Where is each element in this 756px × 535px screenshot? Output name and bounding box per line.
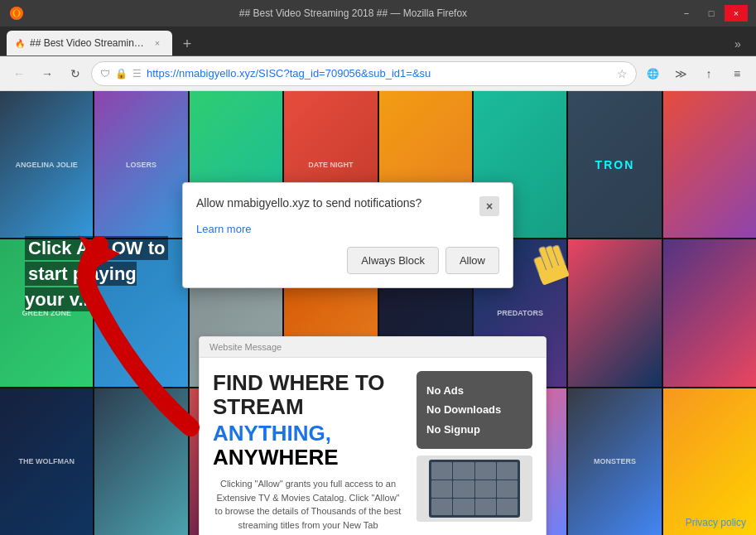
laptop-graphic (417, 455, 532, 522)
headline-anywhere: ANYWHERE (213, 445, 339, 470)
features-box: No Ads No Downloads No Signup (417, 371, 532, 449)
tabbar: 🔥 ## Best Video Streaming 2... × + » (0, 27, 756, 56)
privacy-policy-link[interactable]: Privacy policy (686, 517, 746, 528)
popup-title: Allow nmabigyello.xyz to send notificati… (196, 196, 473, 210)
page-content: ANGELINA JOLIE LOSERS DATE NIGHT TRON GR… (0, 91, 756, 535)
url-text: https://nmabigyello.xyz/SISC?tag_id=7090… (147, 67, 612, 80)
titlebar: ## Best Video Streaming 2018 ## — Mozill… (0, 0, 756, 27)
forward-button[interactable]: → (35, 61, 60, 86)
poster-24 (663, 388, 756, 535)
extensions-button[interactable]: ≫ (668, 61, 693, 86)
poster-16 (663, 239, 756, 386)
lock-icon: 🔒 (115, 68, 128, 80)
active-tab[interactable]: 🔥 ## Best Video Streaming 2... × (7, 31, 172, 55)
poster-23: MONSTERS (568, 388, 661, 535)
notification-popup: Allow nmabigyello.xyz to send notificati… (182, 182, 513, 288)
poster-8 (663, 91, 756, 238)
tab-close-button[interactable]: × (151, 36, 164, 50)
always-block-button[interactable]: Always Block (347, 247, 439, 274)
close-button[interactable]: × (725, 5, 748, 22)
learn-more-link[interactable]: Learn more (196, 223, 499, 235)
container-icon[interactable]: 🌐 (640, 61, 665, 86)
website-message-body: FIND WHERE TO STREAM ANYTHING, ANYWHERE … (200, 358, 546, 535)
website-message-header: Website Message (200, 337, 546, 358)
feature-2: No Downloads (426, 400, 522, 419)
back-button[interactable]: ← (7, 61, 31, 86)
minimize-button[interactable]: − (675, 5, 698, 22)
navbar: ← → ↻ 🛡 🔒 ☰ https://nmabigyello.xyz/SISC… (0, 56, 756, 91)
tab-title: ## Best Video Streaming 2... (30, 37, 146, 49)
poster-7: TRON (568, 91, 661, 238)
popup-close-button[interactable]: × (479, 196, 499, 216)
poster-15 (568, 239, 661, 386)
headline-2: ANYTHING, ANYWHERE (213, 422, 403, 469)
shield-icon: 🛡 (100, 68, 110, 80)
website-message-right: No Ads No Downloads No Signup (417, 371, 532, 535)
window-title: ## Best Video Streaming 2018 ## — Mozill… (31, 7, 675, 19)
reader-mode-icon: ☰ (132, 68, 142, 80)
laptop-screen (429, 460, 520, 518)
poster-1: ANGELINA JOLIE (0, 91, 93, 238)
share-button[interactable]: ↑ (696, 61, 721, 86)
reload-button[interactable]: ↻ (63, 61, 88, 86)
popup-buttons: Always Block Allow (196, 247, 499, 274)
maximize-button[interactable]: □ (700, 5, 723, 22)
headline-1: FIND WHERE TO STREAM (213, 371, 403, 418)
popup-header: Allow nmabigyello.xyz to send notificati… (196, 196, 499, 216)
website-message-left: FIND WHERE TO STREAM ANYTHING, ANYWHERE … (213, 371, 403, 535)
tab-overflow-button[interactable]: » (726, 32, 749, 55)
url-bar[interactable]: 🛡 🔒 ☰ https://nmabigyello.xyz/SISC?tag_i… (91, 61, 637, 86)
poster-2: LOSERS (94, 91, 187, 238)
menu-button[interactable]: ≡ (725, 61, 749, 86)
headline-anything: ANYTHING, (213, 421, 331, 446)
allow-button[interactable]: Allow (445, 247, 499, 274)
firefox-icon (8, 5, 25, 22)
website-description: Clicking "Allow" grants you full access … (213, 477, 403, 532)
website-message-popup: Website Message FIND WHERE TO STREAM ANY… (199, 336, 547, 535)
tab-favicon: 🔥 (15, 39, 25, 48)
bookmark-icon[interactable]: ☆ (617, 67, 628, 80)
window-controls: − □ × (675, 5, 748, 22)
feature-1: No Ads (426, 381, 522, 400)
new-tab-button[interactable]: + (176, 32, 199, 55)
feature-3: No Signup (426, 420, 522, 439)
